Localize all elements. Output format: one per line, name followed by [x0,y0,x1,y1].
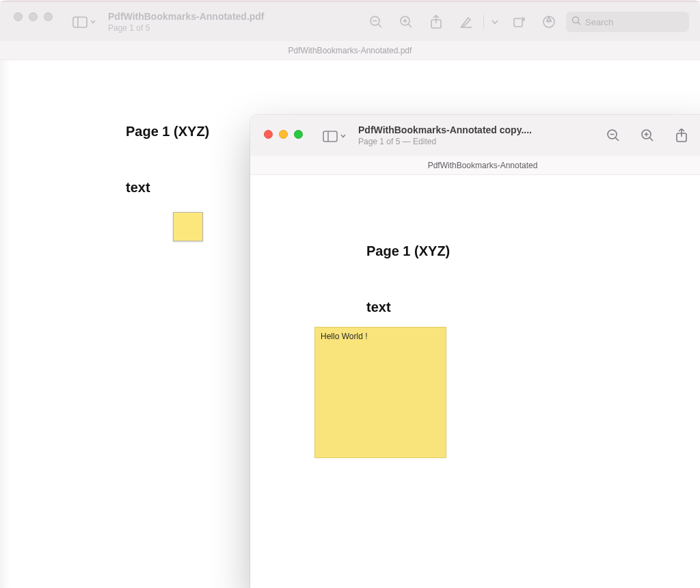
page-heading: Page 1 (XYZ) [366,243,450,259]
traffic-lights [264,130,303,139]
tab-label[interactable]: PdfWithBookmarks-Annotated [428,161,538,170]
chevron-down-icon [90,20,96,24]
svg-line-21 [650,138,654,142]
zoom-out-button[interactable] [363,10,389,34]
doc-left-shadow [0,60,10,588]
sidebar-toggle-button[interactable] [71,10,97,34]
svg-line-3 [379,25,382,28]
markup-button[interactable] [453,10,479,34]
page-status: Page 1 of 5 — Edited [358,137,436,146]
sticky-note-annotation[interactable]: Hello World ! [314,327,446,458]
minimize-dot-inactive[interactable] [29,12,38,21]
document-viewport[interactable]: Page 1 (XYZ) text Hello World ! [250,175,700,588]
share-button[interactable] [669,124,695,147]
sticky-note-text: Hello World ! [321,332,367,341]
svg-rect-15 [323,131,337,142]
page-status: Page 1 of 5 [108,23,150,33]
chevron-down-icon [340,134,346,138]
svg-line-14 [578,23,581,25]
zoom-in-button[interactable] [634,124,660,147]
markup-button-group [453,10,502,34]
divider [483,15,484,29]
toolbar [600,124,700,147]
zoom-in-button[interactable] [393,10,419,34]
search-input[interactable] [585,17,700,27]
zoom-button[interactable] [294,130,303,139]
traffic-lights-inactive [14,12,53,21]
preview-window-active: PdfWithBookmarks-Annotated copy.... Page… [250,115,700,588]
sticky-note-annotation[interactable] [173,212,203,241]
share-button[interactable] [423,10,449,34]
sidebar-toggle-button[interactable] [321,124,347,148]
zoom-dot-inactive[interactable] [44,12,53,21]
zoom-out-button[interactable] [600,124,626,147]
titlebar: PdfWithBookmarks-Annotated.pdf Page 1 of… [0,0,700,41]
toolbar [363,10,689,34]
rotate-button[interactable] [506,10,532,34]
titlebar: PdfWithBookmarks-Annotated copy.... Page… [250,115,700,156]
minimize-button[interactable] [279,130,288,139]
tab-bar: PdfWithBookmarks-Annotated.pdf [0,41,700,60]
close-button[interactable] [264,130,273,139]
tab-label[interactable]: PdfWithBookmarks-Annotated.pdf [288,46,412,55]
svg-line-6 [409,25,412,28]
tab-bar: PdfWithBookmarks-Annotated [250,156,700,175]
svg-point-13 [573,17,579,23]
highlight-button[interactable] [536,10,562,34]
page-text-label: text [366,299,391,315]
svg-rect-0 [73,17,87,27]
document-title: PdfWithBookmarks-Annotated.pdf [108,11,265,22]
chevron-down-icon[interactable] [488,20,502,25]
svg-line-18 [616,138,619,142]
close-dot-inactive[interactable] [14,12,23,21]
document-title: PdfWithBookmarks-Annotated copy.... [358,124,532,135]
search-field[interactable] [566,12,689,32]
search-icon [571,16,581,28]
page-heading: Page 1 (XYZ) [126,124,209,139]
svg-rect-11 [514,18,522,27]
page-text-label: text [126,180,150,196]
